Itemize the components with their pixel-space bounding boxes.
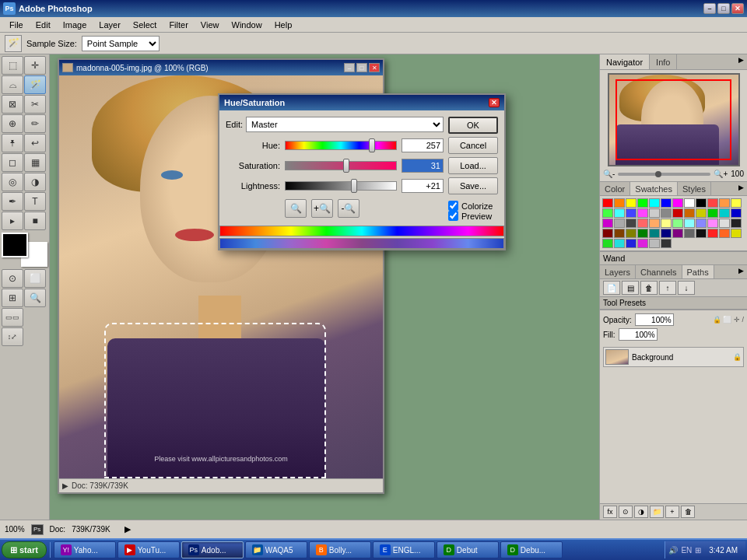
tool-history-brush[interactable]: ↩ (24, 134, 46, 152)
fx-btn[interactable]: fx (603, 506, 617, 518)
color-selector[interactable] (2, 233, 47, 267)
tab-channels[interactable]: Channels (636, 265, 682, 278)
nav-zoom-slider[interactable] (618, 173, 710, 176)
swatch-#008000[interactable] (637, 229, 648, 238)
fill-input[interactable] (619, 328, 658, 341)
swatch-#dd22dd[interactable] (637, 239, 648, 248)
swatch-#dddddd[interactable] (719, 219, 730, 228)
hue-slider[interactable] (285, 141, 397, 150)
tool-rect[interactable]: ▭▭ (2, 308, 23, 327)
tool-extra2[interactable]: ↕⤢ (2, 327, 23, 346)
opacity-input[interactable] (635, 313, 674, 326)
swatch-#000080[interactable] (661, 229, 672, 238)
swatch-#cc0000[interactable] (672, 208, 683, 218)
layer-dn-btn[interactable]: ↓ (678, 281, 695, 295)
menu-filter[interactable]: Filter (163, 19, 194, 31)
layer-up-btn[interactable]: ↑ (659, 281, 676, 295)
swatch-#88ffff[interactable] (684, 219, 695, 228)
swatch-#888888[interactable] (661, 208, 672, 218)
maximize-button[interactable]: □ (717, 3, 730, 14)
tool-heal[interactable]: ⊕ (2, 114, 23, 133)
swatch-#cccc00[interactable] (696, 208, 707, 218)
colorize-checkbox[interactable] (448, 201, 458, 211)
taskbar-debut2[interactable]: D Debu... (500, 541, 563, 558)
tool-extra[interactable]: ⊞ (2, 289, 23, 307)
tool-type[interactable]: T (24, 192, 46, 211)
preview-checkbox[interactable] (448, 211, 458, 221)
menu-layer[interactable]: Layer (93, 19, 127, 31)
eyedropper-add-btn[interactable]: +🔍 (311, 199, 333, 218)
tab-navigator[interactable]: Navigator (600, 54, 650, 69)
edit-select[interactable]: Master Reds Yellows Greens Cyans Blues M… (246, 117, 444, 132)
swatch-#ff88ff[interactable] (707, 219, 718, 228)
tool-marquee[interactable]: ⬚ (2, 56, 23, 75)
swatch-#cccccc[interactable] (649, 208, 660, 218)
tool-gradient[interactable]: ▦ (24, 153, 46, 172)
color-panel-expand[interactable]: ▶ (735, 182, 747, 195)
img-restore-btn[interactable]: □ (356, 63, 367, 72)
start-button[interactable]: ⊞ start (2, 541, 47, 558)
swatch-#804000[interactable] (614, 229, 625, 238)
swatch-#44ff44[interactable] (602, 208, 613, 218)
menu-help[interactable]: Help (268, 19, 299, 31)
tool-quick-mask[interactable]: ⊙ (2, 269, 23, 288)
swatch-#bbbbbb[interactable] (649, 239, 660, 248)
tool-icon[interactable]: 🪄 (5, 35, 22, 52)
tool-crop[interactable]: ⊠ (2, 95, 23, 114)
tool-pen[interactable]: ✒ (2, 192, 23, 211)
menu-window[interactable]: Window (226, 19, 268, 31)
tool-slice[interactable]: ✂ (24, 95, 46, 114)
sample-size-select[interactable]: Point Sample 3 by 3 Average 5 by 5 Avera… (82, 36, 160, 51)
cancel-button[interactable]: Cancel (448, 137, 498, 154)
mask-btn[interactable]: ⊙ (619, 506, 633, 518)
tool-zoom-view[interactable]: 🔍 (24, 289, 46, 307)
swatch-#666666[interactable] (684, 229, 695, 238)
layer-options-btn[interactable]: ▤ (622, 281, 639, 295)
tool-stamp[interactable]: 🖈 (2, 134, 23, 152)
swatch-#cc6600[interactable] (684, 208, 695, 218)
menu-view[interactable]: View (195, 19, 226, 31)
tool-eraser[interactable]: ◻ (2, 153, 23, 172)
lightness-slider[interactable] (285, 181, 397, 191)
taskbar-engl[interactable]: E ENGL... (373, 541, 435, 558)
taskbar-yahoo[interactable]: Y! Yaho... (54, 541, 116, 558)
swatch-#00cccc[interactable] (719, 208, 730, 218)
swatch-#cc00cc[interactable] (602, 219, 613, 228)
eyedropper-btn[interactable]: 🔍 (285, 199, 307, 218)
swatch-#ffff88[interactable] (661, 219, 672, 228)
swatch-#ff44ff[interactable] (637, 208, 648, 218)
swatch-#ff0000[interactable] (602, 198, 613, 208)
swatch-#00cc00[interactable] (707, 208, 718, 218)
adj-btn[interactable]: ◑ (634, 506, 648, 518)
swatch-#8888ff[interactable] (696, 219, 707, 228)
menu-edit[interactable]: Edit (30, 19, 57, 31)
swatch-#dddd00[interactable] (731, 229, 742, 238)
lightness-input[interactable] (402, 179, 444, 193)
tools-panel-expand[interactable]: ▶ (735, 265, 747, 278)
tab-styles[interactable]: Styles (678, 182, 711, 195)
img-minimize-btn[interactable]: – (344, 63, 355, 72)
swatch-#222222[interactable] (731, 219, 742, 228)
tool-brush[interactable]: ✏ (24, 114, 46, 133)
taskbar-bolly[interactable]: B Bolly... (309, 541, 371, 558)
swatch-#808000[interactable] (626, 229, 637, 238)
saturation-input[interactable] (402, 159, 444, 173)
ok-button[interactable]: OK (448, 117, 498, 134)
taskbar-debut1[interactable]: D Debut (437, 541, 499, 558)
hue-input[interactable] (402, 138, 444, 152)
swatch-#22dddd[interactable] (614, 239, 625, 248)
tool-lasso[interactable]: ⌓ (2, 75, 23, 94)
group-btn[interactable]: 📁 (650, 506, 664, 518)
swatch-#ff2222[interactable] (707, 229, 718, 238)
swatch-#000000[interactable] (696, 198, 707, 208)
taskbar-youtube[interactable]: ▶ YouTu... (117, 541, 180, 558)
load-button[interactable]: Load... (448, 157, 498, 174)
swatch-#00ffff[interactable] (649, 198, 660, 208)
menu-file[interactable]: File (3, 19, 30, 31)
swatch-#ff4444[interactable] (707, 198, 718, 208)
scroll-btn[interactable]: ▶ (124, 524, 131, 534)
swatch-#ffffff[interactable] (684, 198, 695, 208)
swatch-#800000[interactable] (602, 229, 613, 238)
swatch-#ff00ff[interactable] (672, 198, 683, 208)
tab-color[interactable]: Color (600, 182, 630, 195)
